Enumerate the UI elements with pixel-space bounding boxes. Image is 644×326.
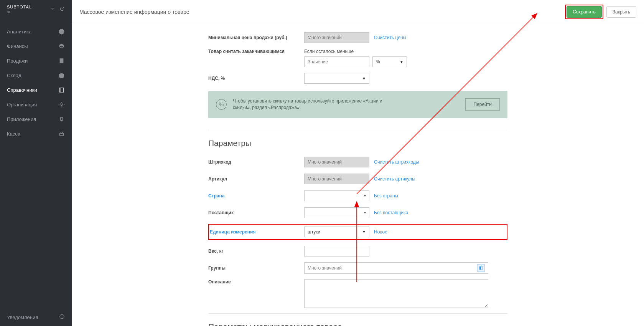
row-min-price: Минимальная цена продажи (руб.) Очистить… xyxy=(208,32,507,43)
vat-label: НДС, % xyxy=(208,76,304,81)
ending-value-input[interactable] xyxy=(304,56,369,67)
sidebar-item-catalogs[interactable]: Справочники xyxy=(0,83,72,97)
gear-icon xyxy=(58,101,65,108)
highlight-save: Сохранить xyxy=(565,5,603,19)
sidebar-item-finance[interactable]: Финансы xyxy=(0,39,72,53)
row-weight: Вес, кг xyxy=(208,245,507,257)
sidebar-item-label: Аналитика xyxy=(7,29,31,35)
chevron-down-icon[interactable] xyxy=(50,6,56,13)
row-groups: Группы Много значений ◧ xyxy=(208,262,507,274)
book-icon xyxy=(58,86,65,93)
row-sku: Артикул Очистить артикулы xyxy=(208,173,507,185)
gauge-icon xyxy=(58,28,65,35)
content: Минимальная цена продажи (руб.) Очистить… xyxy=(201,24,515,326)
barcode-label: Штрихкод xyxy=(208,159,304,165)
country-select[interactable]: ▾ xyxy=(304,190,369,201)
nav: Аналитика Финансы Продажи Склад Справочн… xyxy=(0,18,72,147)
discount-info-box: % Чтобы установить скидку на товар испол… xyxy=(208,91,507,118)
sidebar-item-analytics[interactable]: Аналитика xyxy=(0,24,72,39)
vat-select[interactable]: ▼ xyxy=(304,73,369,84)
unit-value: штуки xyxy=(308,229,320,235)
svg-point-1 xyxy=(62,8,63,9)
sidebar-item-label: Касса xyxy=(7,131,20,137)
target-icon[interactable] xyxy=(59,6,65,13)
sidebar-footer[interactable]: Уведомления xyxy=(0,308,72,326)
unit-label[interactable]: Единица измерения xyxy=(210,229,304,235)
sidebar-item-label: Склад xyxy=(7,73,21,78)
row-barcode: Штрихкод Очистить штрихкоды xyxy=(208,156,507,168)
svg-rect-9 xyxy=(61,132,62,133)
groups-label: Группы xyxy=(208,265,304,271)
divider xyxy=(208,313,507,314)
box-icon xyxy=(58,72,65,79)
info-icon xyxy=(59,314,65,321)
sidebar-item-label: Продажи xyxy=(7,58,28,64)
brand-sub: ar xyxy=(7,10,32,14)
row-country: Страна ▾ Без страны xyxy=(208,190,507,202)
cash-register-icon xyxy=(58,130,65,137)
svg-point-3 xyxy=(59,44,63,46)
sidebar: SUBTOTAL ar Аналитика Финансы Продажи Ск… xyxy=(0,0,72,326)
sku-input[interactable] xyxy=(304,174,369,184)
row-supplier: Поставщик ▾ Без поставщика xyxy=(208,207,507,218)
tag-picker-icon[interactable]: ◧ xyxy=(477,264,485,272)
sidebar-item-warehouse[interactable]: Склад xyxy=(0,68,72,83)
section-marked-heading: Параметры маркированного товара xyxy=(208,322,507,326)
sidebar-item-organization[interactable]: Организация xyxy=(0,97,72,112)
no-country-link[interactable]: Без страны xyxy=(374,193,398,199)
sidebar-item-label: Финансы xyxy=(7,43,28,49)
page-title: Массовое изменение информации о товаре xyxy=(79,9,189,15)
min-price-input[interactable] xyxy=(304,32,369,43)
percent-icon: % xyxy=(216,99,227,110)
sidebar-item-label: Приложения xyxy=(7,116,36,122)
ending-unit-value: % xyxy=(376,59,380,65)
unit-new-link[interactable]: Новое xyxy=(374,229,387,235)
groups-placeholder: Много значений xyxy=(308,265,342,271)
receipt-icon xyxy=(58,57,65,64)
clear-prices-link[interactable]: Очистить цены xyxy=(374,35,406,40)
brand-name: SUBTOTAL xyxy=(7,5,32,10)
plug-icon xyxy=(58,116,65,122)
ending-unit-select[interactable]: % ▼ xyxy=(372,56,407,67)
goto-button[interactable]: Перейти xyxy=(465,98,500,111)
sidebar-item-apps[interactable]: Приложения xyxy=(0,112,72,126)
row-ending: Товар считать заканчивающимся Если остал… xyxy=(208,49,507,67)
sidebar-header: SUBTOTAL ar xyxy=(0,0,72,18)
weight-label: Вес, кг xyxy=(208,248,304,254)
divider xyxy=(208,130,507,130)
caret-down-icon: ▾ xyxy=(364,194,366,198)
unit-select[interactable]: штуки ▼ xyxy=(304,227,369,237)
caret-down-icon: ▼ xyxy=(362,76,366,81)
sidebar-item-sales[interactable]: Продажи xyxy=(0,53,72,68)
clear-barcodes-link[interactable]: Очистить штрихкоды xyxy=(374,159,419,165)
groups-input[interactable]: Много значений ◧ xyxy=(304,262,488,274)
sidebar-item-label: Справочники xyxy=(7,87,37,93)
save-button[interactable]: Сохранить xyxy=(567,6,602,18)
svg-rect-4 xyxy=(60,59,63,63)
main: Массовое изменение информации о товаре С… xyxy=(72,0,644,326)
coins-icon xyxy=(58,43,65,50)
row-vat: НДС, % ▼ xyxy=(208,73,507,84)
description-textarea[interactable] xyxy=(304,279,488,308)
row-description: Описание xyxy=(208,279,507,308)
sidebar-item-pos[interactable]: Касса xyxy=(0,126,72,141)
topbar: Массовое изменение информации о товаре С… xyxy=(72,0,644,24)
description-label: Описание xyxy=(208,279,304,285)
caret-down-icon: ▼ xyxy=(362,230,366,234)
supplier-select[interactable]: ▾ xyxy=(304,207,369,218)
svg-point-6 xyxy=(61,104,62,105)
info-text: Чтобы установить скидку на товар использ… xyxy=(233,98,398,111)
weight-input[interactable] xyxy=(304,246,369,256)
notifications-label: Уведомления xyxy=(7,314,38,320)
section-params-heading: Параметры xyxy=(208,139,507,148)
no-supplier-link[interactable]: Без поставщика xyxy=(374,210,408,215)
ending-label: Товар считать заканчивающимся xyxy=(208,49,304,54)
highlight-unit-row: Единица измерения штуки ▼ Новое xyxy=(208,224,507,240)
country-label[interactable]: Страна xyxy=(208,193,304,199)
close-button[interactable]: Закрыть xyxy=(606,6,636,18)
clear-skus-link[interactable]: Очистить артикулы xyxy=(374,176,415,182)
supplier-label: Поставщик xyxy=(208,210,304,215)
sidebar-item-label: Организация xyxy=(7,102,37,108)
svg-rect-8 xyxy=(59,133,63,136)
barcode-input[interactable] xyxy=(304,157,369,167)
